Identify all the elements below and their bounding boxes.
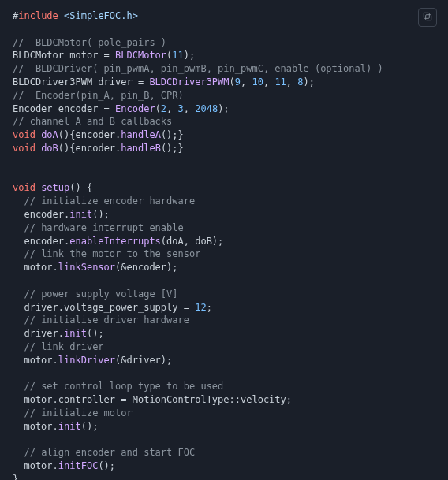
code-token: ; [207, 302, 212, 313]
code-token: // channel A and B callbacks [13, 116, 172, 127]
code-line: void setup() { [13, 181, 435, 195]
code-token: 12 [195, 302, 206, 313]
code-token: BLDCDriver3PWM [149, 76, 229, 87]
code-line: // set control loop type to be used [13, 380, 435, 393]
code-line: // hardware interrupt enable [13, 221, 435, 235]
code-line: driver.voltage_power_supply = 12; [13, 301, 435, 314]
code-token: 10 [252, 76, 263, 87]
code-line: } [13, 473, 435, 480]
svg-rect-1 [424, 13, 429, 18]
code-token: doA [41, 129, 58, 140]
code-token [13, 314, 24, 326]
code-token [13, 407, 24, 419]
code-token: // initialise driver hardware [24, 314, 189, 326]
code-token: motor. [13, 460, 58, 471]
code-token: BLDCDriver3PWM driver = [13, 76, 149, 87]
code-token: , [263, 76, 274, 87]
code-token: ( [155, 103, 161, 114]
copy-button[interactable] [418, 8, 437, 27]
code-line: motor.init(); [13, 420, 435, 433]
code-token: (doA, doB); [161, 236, 223, 247]
code-token: ); [218, 103, 229, 114]
code-line: // link driver [13, 340, 435, 354]
copy-icon [422, 11, 433, 24]
code-token: handleA [121, 129, 161, 140]
code-token: (&driver); [115, 355, 172, 366]
code-token [13, 341, 24, 352]
code-line: // BLDCDriver( pin_pwmA, pin_pwmB, pin_p… [13, 62, 435, 76]
code-token: // BLDCMotor( pole_pairs ) [13, 37, 166, 48]
code-line: #include <SimpleFOC.h> [13, 9, 435, 23]
code-token: motor. [13, 262, 58, 273]
code-token: driver. [13, 328, 64, 339]
code-token: , [286, 76, 297, 87]
code-line: // channel A and B callbacks [13, 115, 435, 128]
code-token: handleB [121, 143, 161, 154]
code-line: BLDCMotor motor = BLDCMotor(11); [13, 49, 435, 62]
code-line: // BLDCMotor( pole_pairs ) [13, 36, 435, 50]
code-token: <SimpleFOC.h> [64, 10, 138, 21]
code-token: // power supply voltage [V] [24, 288, 177, 300]
code-token: (){encoder. [58, 129, 121, 140]
code-token: // link the motor to the sensor [24, 248, 200, 259]
code-token: 2048 [195, 103, 218, 114]
code-token: ); [304, 76, 315, 87]
code-line: // link the motor to the sensor [13, 247, 435, 261]
code-content: #include <SimpleFOC.h> // BLDCMotor( pol… [13, 9, 435, 480]
code-token: (); [87, 328, 104, 339]
code-token [13, 288, 24, 300]
code-token: ();} [161, 129, 184, 140]
code-line [13, 274, 435, 288]
code-line: // align encoder and start FOC [13, 446, 435, 460]
code-token: motor. [13, 421, 58, 432]
code-token: initFOC [58, 460, 99, 471]
code-token: 8 [297, 76, 303, 87]
code-token: , [184, 103, 195, 114]
code-token: encoder. [13, 236, 69, 247]
code-line [13, 23, 435, 36]
code-token: (); [92, 209, 110, 220]
code-line: BLDCDriver3PWM driver = BLDCDriver3PWM(9… [13, 76, 435, 89]
code-line: void doB(){encoder.handleB();} [13, 142, 435, 155]
code-token: init [58, 421, 81, 432]
code-token: Encoder encoder = [13, 103, 115, 114]
code-token [13, 195, 24, 207]
code-token: () { [69, 182, 92, 193]
code-token: ( [230, 76, 235, 87]
code-token: ();} [161, 143, 184, 154]
code-token: // initialize encoder hardware [24, 195, 195, 207]
code-line: // power supply voltage [V] [13, 288, 435, 301]
code-token: // initialize motor [24, 407, 132, 419]
code-line: motor.controller = MotionControlType::ve… [13, 393, 435, 407]
code-token [58, 10, 64, 21]
code-line: Encoder encoder = Encoder(2, 3, 2048); [13, 102, 435, 116]
code-line: void doA(){encoder.handleA();} [13, 128, 435, 142]
code-block: #include <SimpleFOC.h> // BLDCMotor( pol… [0, 0, 448, 480]
code-token: 9 [235, 76, 241, 87]
code-line: // initialize motor [13, 407, 435, 420]
code-token: // Encoder(pin_A, pin_B, CPR) [13, 90, 184, 101]
code-token [13, 222, 24, 233]
code-line: encoder.init(); [13, 208, 435, 221]
code-token: // set control loop type to be used [24, 381, 223, 392]
code-token: 11 [274, 76, 286, 87]
code-line [13, 433, 435, 447]
code-token: 2 [161, 103, 166, 114]
code-token: void [13, 129, 35, 140]
code-line: // initialize encoder hardware [13, 195, 435, 208]
code-line [13, 155, 435, 169]
code-token: (); [81, 421, 99, 432]
code-token: // BLDCDriver( pin_pwmA, pin_pwmB, pin_p… [13, 63, 383, 74]
code-line [13, 367, 435, 381]
code-token: , [166, 103, 177, 114]
code-token: doB [41, 143, 58, 154]
code-line: encoder.enableInterrupts(doA, doB); [13, 235, 435, 248]
code-token: // link driver [24, 341, 103, 352]
code-token: , [241, 76, 252, 87]
code-token: BLDCMotor [115, 50, 166, 61]
code-token: Encoder [115, 103, 155, 114]
code-token: init [69, 209, 92, 220]
code-token: motor. [13, 355, 58, 366]
svg-rect-0 [426, 14, 431, 20]
code-token: 11 [172, 50, 183, 61]
